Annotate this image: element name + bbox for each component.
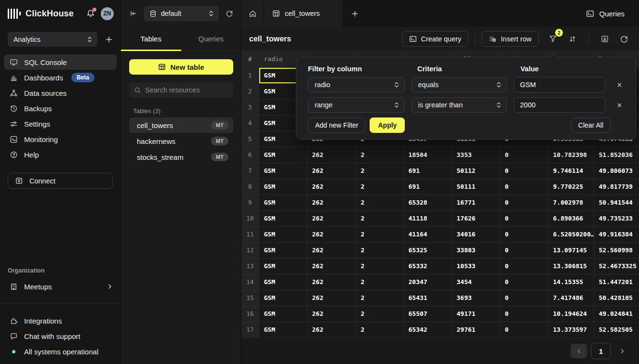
grid-cell[interactable]: 33803 [452, 242, 500, 258]
add-filter-button[interactable]: Add new Filter [308, 117, 365, 133]
grid-cell[interactable]: 65342 [403, 322, 452, 338]
grid-cell[interactable]: 262 [307, 290, 356, 306]
grid-cell[interactable]: 2 [356, 179, 403, 195]
row-number[interactable]: 12 [241, 242, 259, 258]
grid-cell[interactable]: 262 [307, 274, 356, 290]
sidebar-item-data-sources[interactable]: Data sources [4, 85, 117, 101]
grid-cell[interactable]: 52.4673325 [594, 258, 639, 274]
grid-cell[interactable]: 50.941544 [594, 195, 639, 210]
grid-cell[interactable]: GSM [259, 163, 307, 179]
grid-cell[interactable]: 50111 [452, 179, 500, 195]
row-number[interactable]: 10 [241, 210, 259, 226]
notification-bell-icon[interactable] [86, 9, 95, 18]
grid-cell[interactable]: 262 [307, 210, 356, 226]
row-number[interactable]: 13 [241, 258, 259, 274]
grid-cell[interactable]: 7.417486 [548, 290, 594, 306]
refresh-tables-icon[interactable] [226, 10, 233, 17]
grid-cell[interactable]: 0 [500, 163, 548, 179]
grid-cell[interactable]: 2 [356, 210, 403, 226]
grid-cell[interactable]: 10.194624 [548, 306, 594, 322]
grid-cell[interactable]: 17626 [452, 210, 500, 226]
sidebar-item-integrations[interactable]: Integrations [4, 313, 117, 328]
grid-cell[interactable]: 2 [356, 306, 403, 322]
grid-cell[interactable]: 0 [500, 290, 548, 306]
grid-cell[interactable]: 51.447201 [594, 274, 639, 290]
database-select[interactable]: default [144, 6, 219, 21]
grid-cell[interactable]: 262 [307, 179, 356, 195]
row-number[interactable]: 15 [241, 290, 259, 306]
grid-cell[interactable]: 262 [307, 242, 356, 258]
row-number[interactable]: 2 [241, 83, 259, 99]
filter-value-input[interactable] [514, 97, 605, 113]
grid-cell[interactable]: 14.15355 [548, 274, 594, 290]
grid-cell[interactable]: GSM [259, 242, 307, 258]
row-number[interactable]: 16 [241, 306, 259, 322]
workspace-select[interactable]: Analytics [8, 32, 97, 47]
grid-cell[interactable]: 262 [307, 258, 356, 274]
grid-cell[interactable]: 0 [500, 226, 548, 242]
grid-cell[interactable]: 10.782398 [548, 147, 594, 163]
grid-cell[interactable]: GSM [259, 306, 307, 322]
grid-cell[interactable]: 65325 [403, 242, 452, 258]
grid-cell[interactable]: 691 [403, 179, 452, 195]
clear-all-button[interactable]: Clear All [571, 117, 611, 133]
grid-cell[interactable]: 3454 [452, 274, 500, 290]
row-number[interactable]: 1 [241, 67, 259, 83]
grid-cell[interactable]: GSM [259, 195, 307, 210]
sidebar-item-meetups[interactable]: Meetups [4, 279, 117, 294]
grid-cell[interactable]: 0 [500, 210, 548, 226]
grid-cell[interactable]: 0 [500, 306, 548, 322]
table-list-item-hackernews[interactable]: hackernews MT [129, 133, 233, 149]
grid-cell[interactable]: 34016 [452, 226, 500, 242]
table-list-item-stocks-stream[interactable]: stocks_stream MT [129, 149, 233, 165]
filter-criteria-select[interactable]: equals [412, 77, 507, 92]
queries-button[interactable]: Queries [579, 0, 639, 27]
sidebar-item-backups[interactable]: Backups [4, 101, 117, 116]
row-number[interactable]: 9 [241, 195, 259, 210]
grid-cell[interactable]: 0 [500, 322, 548, 338]
search-input[interactable] [145, 86, 235, 94]
grid-cell[interactable]: GSM [259, 290, 307, 306]
sidebar-item-help[interactable]: Help [4, 147, 117, 162]
grid-cell[interactable]: 52.560998 [594, 242, 639, 258]
remove-filter-button[interactable] [615, 101, 624, 110]
remove-filter-button[interactable] [615, 80, 624, 90]
grid-cell[interactable]: 2 [356, 242, 403, 258]
grid-cell[interactable]: 2 [356, 258, 403, 274]
grid-cell[interactable]: 65332 [403, 258, 452, 274]
grid-cell[interactable]: 49.024841 [594, 306, 639, 322]
grid-cell[interactable]: 262 [307, 226, 356, 242]
table-list-item-cell-towers[interactable]: cell_towers MT [129, 117, 233, 133]
row-number[interactable]: 8 [241, 179, 259, 195]
download-button[interactable] [599, 33, 611, 45]
filter-column-select[interactable]: radio [308, 77, 405, 92]
grid-cell[interactable]: 2 [356, 163, 403, 179]
pagination-next-button[interactable] [615, 344, 629, 358]
grid-cell[interactable]: 49.817739 [594, 179, 639, 195]
grid-cell[interactable]: 49.806073 [594, 163, 639, 179]
tab-cell-towers[interactable]: cell_towers [264, 0, 343, 27]
grid-cell[interactable]: GSM [259, 179, 307, 195]
grid-cell[interactable]: 65507 [403, 306, 452, 322]
row-number-header[interactable]: # [241, 51, 259, 67]
grid-cell[interactable]: 13.373597 [548, 322, 594, 338]
new-table-button[interactable]: New table [129, 59, 233, 75]
avatar[interactable]: ZN [101, 7, 114, 20]
grid-cell[interactable]: 262 [307, 147, 356, 163]
collapse-panel-icon[interactable] [130, 10, 137, 17]
grid-cell[interactable]: GSM [259, 210, 307, 226]
row-number[interactable]: 5 [241, 131, 259, 147]
grid-cell[interactable]: 2 [356, 195, 403, 210]
row-number[interactable]: 6 [241, 147, 259, 163]
sidebar-item-monitoring[interactable]: Monitoring [4, 131, 117, 147]
home-tab[interactable] [241, 0, 264, 27]
grid-cell[interactable]: GSM [259, 274, 307, 290]
grid-cell[interactable]: 0 [500, 147, 548, 163]
sort-button[interactable] [566, 33, 579, 45]
grid-cell[interactable]: 18504 [403, 147, 452, 163]
apply-button[interactable]: Apply [370, 117, 405, 133]
add-service-button[interactable] [104, 35, 114, 44]
grid-cell[interactable]: 41164 [403, 226, 452, 242]
pagination-current-page[interactable]: 1 [591, 343, 611, 359]
grid-cell[interactable]: 13.097145 [548, 242, 594, 258]
